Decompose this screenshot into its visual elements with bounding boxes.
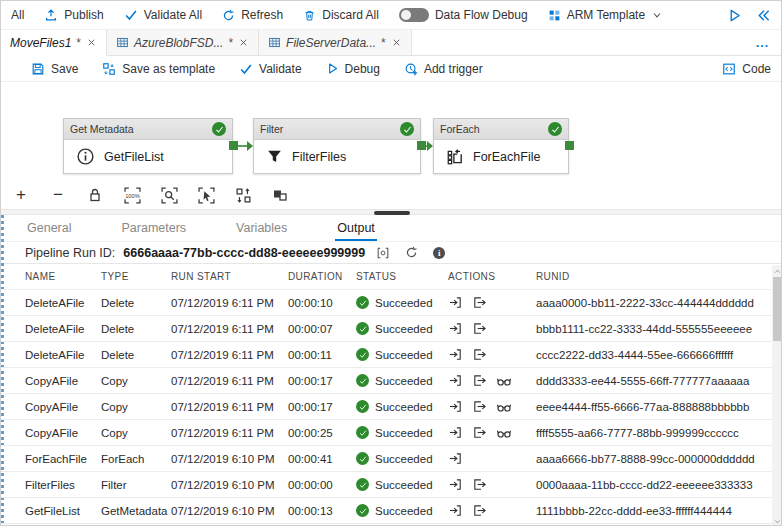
tab-movefiles1[interactable]: MoveFiles1 *	[1, 30, 107, 56]
lock-icon	[87, 187, 103, 203]
save-button[interactable]: Save	[19, 56, 90, 81]
input-action-icon[interactable]	[448, 477, 463, 492]
connector-output-port[interactable]	[565, 141, 574, 150]
validate-all-button[interactable]: Validate All	[114, 1, 212, 29]
validate-label: Validate	[259, 62, 301, 76]
tab-parameters[interactable]: Parameters	[119, 217, 188, 241]
tab-dirty-marker: *	[228, 36, 233, 50]
tab-variables[interactable]: Variables	[234, 217, 289, 241]
close-icon[interactable]	[86, 37, 97, 48]
table-scrollbar[interactable]	[772, 265, 782, 526]
info-icon[interactable]: i	[429, 244, 449, 262]
discard-all-button[interactable]: Discard All	[293, 1, 389, 29]
connector-output-port[interactable]	[229, 141, 238, 150]
close-icon[interactable]	[391, 37, 402, 48]
validate-icon	[239, 62, 253, 76]
scroll-down-icon[interactable]	[772, 515, 782, 526]
connector-arrow-icon	[247, 141, 253, 151]
output-action-icon[interactable]	[472, 503, 487, 518]
output-action-icon[interactable]	[472, 425, 487, 440]
pipeline-canvas[interactable]: Get Metadata GetFileList Filter FilterFi…	[1, 82, 782, 209]
activity-name-label: GetFileList	[104, 150, 164, 164]
table-row: ForEachFile ForEach 07/12/2019 6:10 PM 0…	[1, 446, 782, 472]
toolbar-right-group	[727, 8, 782, 23]
toggle-off-icon[interactable]	[399, 8, 429, 22]
debug-button[interactable]: Debug	[314, 56, 392, 81]
output-action-icon[interactable]	[472, 347, 487, 362]
output-action-icon[interactable]	[472, 295, 487, 310]
foreach-loop-icon	[446, 148, 464, 166]
details-glasses-icon[interactable]	[496, 425, 512, 441]
input-action-icon[interactable]	[448, 295, 463, 310]
save-as-template-button[interactable]: Save as template	[90, 56, 227, 81]
activity-type-label: ForEach	[440, 123, 480, 135]
add-trigger-button[interactable]: Add trigger	[392, 56, 495, 81]
input-action-icon[interactable]	[448, 503, 463, 518]
play-icon[interactable]	[727, 8, 742, 23]
input-action-icon[interactable]	[448, 347, 463, 362]
tab-general[interactable]: General	[25, 217, 73, 241]
activity-node-filter[interactable]: Filter FilterFiles	[253, 118, 421, 174]
tab-label: AzureBlobFSD...	[134, 36, 223, 50]
publish-button[interactable]: Publish	[34, 1, 113, 29]
tab-output[interactable]: Output	[335, 217, 377, 241]
validate-button[interactable]: Validate	[227, 56, 313, 81]
details-glasses-icon[interactable]	[496, 399, 512, 415]
details-glasses-icon[interactable]	[496, 373, 512, 389]
output-action-icon[interactable]	[472, 399, 487, 414]
dataset-grid-icon	[268, 36, 281, 49]
more-tabs-button[interactable]: ...	[742, 30, 782, 55]
success-badge-icon	[212, 122, 226, 136]
add-trigger-icon	[404, 62, 418, 76]
lock-canvas-button[interactable]	[85, 185, 105, 205]
table-row: CopyAFile Copy 07/12/2019 6:11 PM 00:00:…	[1, 368, 782, 394]
column-header-name[interactable]: NAME	[25, 271, 101, 282]
input-action-icon[interactable]	[448, 399, 463, 414]
discard-all-label: Discard All	[322, 8, 379, 22]
close-icon[interactable]	[238, 37, 249, 48]
scroll-up-icon[interactable]	[772, 265, 782, 277]
succeeded-icon	[356, 452, 369, 465]
validate-all-icon	[124, 8, 138, 22]
multi-select-button[interactable]	[196, 185, 216, 205]
zoom-to-fit-button[interactable]	[159, 185, 179, 205]
input-action-icon[interactable]	[448, 321, 463, 336]
output-action-icon[interactable]	[472, 373, 487, 388]
refresh-output-icon[interactable]	[401, 244, 421, 262]
zoom-reset-button[interactable]	[122, 185, 142, 205]
column-header-runid[interactable]: RUNID	[536, 271, 782, 282]
arm-template-menu[interactable]: ARM Template	[538, 1, 673, 29]
tab-fileserverdata[interactable]: FileServerData... *	[259, 30, 412, 55]
column-header-status[interactable]: STATUS	[356, 271, 448, 282]
column-header-duration[interactable]: DURATION	[288, 271, 356, 282]
zoom-in-button[interactable]: +	[11, 185, 31, 205]
input-action-icon[interactable]	[448, 451, 463, 466]
scrollbar-thumb[interactable]	[773, 277, 782, 341]
zoom-out-button[interactable]: −	[48, 185, 68, 205]
refresh-button[interactable]: Refresh	[212, 1, 293, 29]
validate-all-label: Validate All	[144, 8, 202, 22]
publish-all-button[interactable]: All	[1, 1, 34, 29]
dataflow-debug-toggle[interactable]: Data Flow Debug	[389, 1, 538, 29]
copy-run-id-icon[interactable]	[373, 244, 393, 262]
auto-align-button[interactable]	[233, 185, 253, 205]
output-action-icon[interactable]	[472, 477, 487, 492]
column-header-run-start[interactable]: RUN START	[171, 271, 288, 282]
table-row: DeleteAFile Delete 07/12/2019 6:11 PM 00…	[1, 316, 782, 342]
code-label: Code	[742, 62, 771, 76]
output-action-icon[interactable]	[472, 321, 487, 336]
activity-node-getmetadata[interactable]: Get Metadata GetFileList	[63, 118, 233, 174]
collapse-double-chevron-icon[interactable]	[756, 8, 771, 23]
column-header-type[interactable]: TYPE	[101, 271, 171, 282]
minimap-button[interactable]	[270, 185, 290, 205]
table-row: CopyAFile Copy 07/12/2019 6:11 PM 00:00:…	[1, 394, 782, 420]
activity-node-foreach[interactable]: ForEach ForEachFile	[433, 118, 569, 174]
input-action-icon[interactable]	[448, 373, 463, 388]
tab-azureblobfsd[interactable]: AzureBlobFSD... *	[107, 30, 259, 55]
connector-output-port[interactable]	[417, 141, 426, 150]
column-header-actions[interactable]: ACTIONS	[448, 271, 536, 282]
code-button[interactable]: Code	[710, 56, 782, 81]
input-action-icon[interactable]	[448, 425, 463, 440]
add-trigger-label: Add trigger	[424, 62, 483, 76]
ellipsis-icon: ...	[756, 36, 769, 50]
